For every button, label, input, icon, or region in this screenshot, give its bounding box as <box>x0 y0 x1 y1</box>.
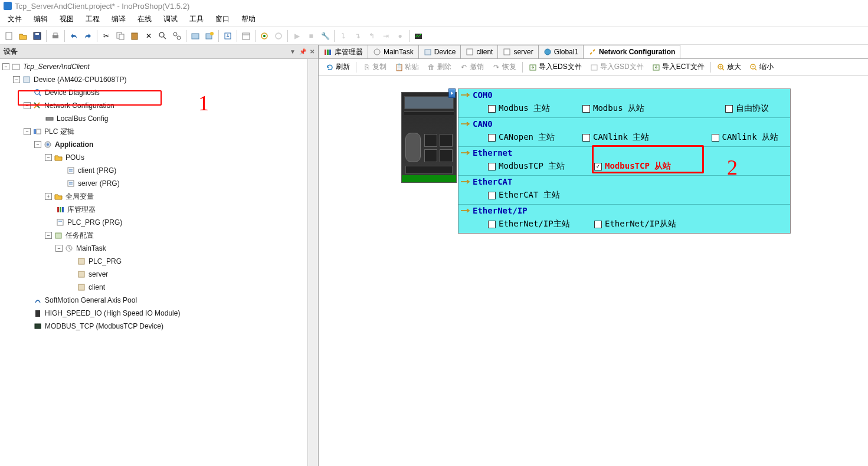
expand-icon[interactable]: − <box>2 63 9 70</box>
tree-task-server[interactable]: server <box>0 268 307 281</box>
step-over-icon[interactable]: ⤵ <box>337 29 350 42</box>
build-icon[interactable] <box>203 29 216 42</box>
menu-file[interactable]: 文件 <box>2 12 28 27</box>
delete-icon[interactable]: ✕ <box>142 29 155 42</box>
undo-button[interactable]: ↶撤销 <box>456 61 487 73</box>
menu-edit[interactable]: 编辑 <box>28 12 54 27</box>
cb-modbustcp-master[interactable]: ModbusTCP 主站 <box>488 161 588 172</box>
slider-handle[interactable] <box>448 88 456 98</box>
zoom-out-button[interactable]: 缩小 <box>746 61 777 73</box>
copy-button[interactable]: ⎘复制 <box>359 61 390 73</box>
cb-ethernetip-master[interactable]: EtherNet/IP主站 <box>488 219 588 229</box>
menu-online[interactable]: 在线 <box>132 12 158 27</box>
tree-task-plcprg[interactable]: PLC_PRG <box>0 255 307 268</box>
panel-pin-icon[interactable]: 📌 <box>299 48 306 55</box>
tab-client[interactable]: client <box>460 45 498 58</box>
cb-canopen-master[interactable]: CANopen 主站 <box>488 132 577 143</box>
expand-icon[interactable]: − <box>34 141 41 148</box>
cb-modbus-master[interactable]: Modbus 主站 <box>488 103 577 114</box>
trace-icon[interactable] <box>412 29 425 42</box>
run-icon[interactable]: ▶ <box>290 29 303 42</box>
cb-canlink-slave[interactable]: CANlink 从站 <box>712 132 778 143</box>
cb-ethernetip-slave[interactable]: EtherNet/IP从站 <box>594 219 683 229</box>
cb-modbus-slave[interactable]: Modbus 从站 <box>582 103 677 114</box>
panel-dropdown-icon[interactable]: ▼ <box>290 48 296 55</box>
device-tree[interactable]: − Tcp_ServerAndClient − Device (AM402-CP… <box>0 59 307 466</box>
tree-pous[interactable]: − POUs <box>0 151 307 164</box>
new-icon[interactable] <box>2 29 15 42</box>
copy-icon[interactable] <box>114 29 127 42</box>
login-icon[interactable] <box>258 29 271 42</box>
menu-compile[interactable]: 编译 <box>106 12 132 27</box>
breakpoint-icon[interactable]: ● <box>394 29 407 42</box>
redo-icon[interactable] <box>81 29 94 42</box>
expand-icon[interactable]: − <box>24 128 31 135</box>
tree-device[interactable]: − Device (AM402-CPU1608TP) <box>0 73 307 86</box>
refresh-button[interactable]: 刷新 <box>322 61 353 73</box>
import-eds-button[interactable]: 导入EDS文件 <box>525 61 585 73</box>
menu-debug[interactable]: 调试 <box>158 12 184 27</box>
tree-diagnosis[interactable]: Device Diagnosis <box>0 86 307 99</box>
zoom-in-button[interactable]: 放大 <box>713 61 745 73</box>
tab-server[interactable]: server <box>497 45 538 58</box>
tree-highspeed-io[interactable]: HIGH_SPEED_IO (High Speed IO Module) <box>0 307 307 320</box>
tree-scrollbar[interactable] <box>307 59 318 466</box>
logout-icon[interactable] <box>272 29 285 42</box>
expand-icon[interactable]: − <box>24 102 31 109</box>
step-into-icon[interactable]: ↴ <box>351 29 364 42</box>
menu-view[interactable]: 视图 <box>54 12 80 27</box>
tree-global-vars[interactable]: + 全局变量 <box>0 190 307 203</box>
step-out-icon[interactable]: ↰ <box>365 29 378 42</box>
plc-hardware-graphic[interactable] <box>401 92 458 184</box>
download-icon[interactable] <box>221 29 234 42</box>
paste-icon[interactable] <box>128 29 141 42</box>
tree-server[interactable]: server (PRG) <box>0 177 307 190</box>
tab-network-config[interactable]: Network Configuration <box>583 45 680 58</box>
menu-tools[interactable]: 工具 <box>184 12 209 27</box>
tab-device[interactable]: Device <box>418 45 461 58</box>
tree-localbus[interactable]: LocalBus Config <box>0 112 307 125</box>
stop-icon[interactable]: ■ <box>304 29 317 42</box>
tree-plc-prg[interactable]: PLC_PRG (PRG) <box>0 216 307 229</box>
tree-modbus-tcp[interactable]: MODBUS_TCP (ModbusTCP Device) <box>0 320 307 333</box>
cut-icon[interactable]: ✂ <box>100 29 113 42</box>
tree-client[interactable]: client (PRG) <box>0 164 307 177</box>
find-replace-icon[interactable] <box>171 29 184 42</box>
import-gsd-button[interactable]: 导入GSD文件 <box>587 61 647 73</box>
cb-canlink-master[interactable]: CANlink 主站 <box>582 132 671 143</box>
expand-icon[interactable]: − <box>45 154 52 161</box>
cb-free-protocol[interactable]: 自由协议 <box>725 103 778 114</box>
delete-button[interactable]: 🗑删除 <box>424 61 455 73</box>
cb-modbustcp-slave[interactable]: ✓ModbusTCP 从站 <box>594 161 683 172</box>
undo-icon[interactable] <box>67 29 80 42</box>
tree-root[interactable]: − Tcp_ServerAndClient <box>0 60 307 73</box>
menu-window[interactable]: 窗口 <box>209 12 235 27</box>
tab-maintask[interactable]: MainTask <box>368 45 419 58</box>
tree-lib-mgr[interactable]: 库管理器 <box>0 203 307 216</box>
menu-project[interactable]: 工程 <box>80 12 106 27</box>
wrench-icon[interactable]: 🔧 <box>319 29 332 42</box>
tree-axis-pool[interactable]: SoftMotion General Axis Pool <box>0 294 307 307</box>
paste-button[interactable]: 📋粘贴 <box>391 61 422 73</box>
tree-application[interactable]: − Application <box>0 138 307 151</box>
tree-main-task[interactable]: − MainTask <box>0 242 307 255</box>
print-icon[interactable] <box>49 29 62 42</box>
run-cursor-icon[interactable]: ⇥ <box>379 29 392 42</box>
expand-icon[interactable]: − <box>45 232 52 239</box>
tree-task-config[interactable]: − 任务配置 <box>0 229 307 242</box>
save-icon[interactable] <box>31 29 44 42</box>
tree-task-client[interactable]: client <box>0 281 307 294</box>
cb-ethercat-master[interactable]: EtherCAT 主站 <box>488 190 577 201</box>
calendar-icon[interactable] <box>240 29 253 42</box>
expand-icon[interactable]: − <box>55 245 63 252</box>
find-icon[interactable] <box>156 29 169 42</box>
tree-plc-logic[interactable]: − PLC 逻辑 <box>0 125 307 138</box>
menu-help[interactable]: 帮助 <box>235 12 261 27</box>
panel-close-icon[interactable]: ✕ <box>310 48 315 55</box>
expand-icon[interactable]: + <box>45 193 52 200</box>
tree-network-config[interactable]: − Network Configuration <box>0 99 307 112</box>
config-canvas[interactable]: COM0 Modbus 主站 Modbus 从站 自由协议 CAN0 CANop… <box>319 76 868 466</box>
tab-global1[interactable]: Global1 <box>538 45 584 58</box>
project-icon[interactable] <box>189 29 202 42</box>
tab-lib-mgr[interactable]: 库管理器 <box>319 45 368 58</box>
